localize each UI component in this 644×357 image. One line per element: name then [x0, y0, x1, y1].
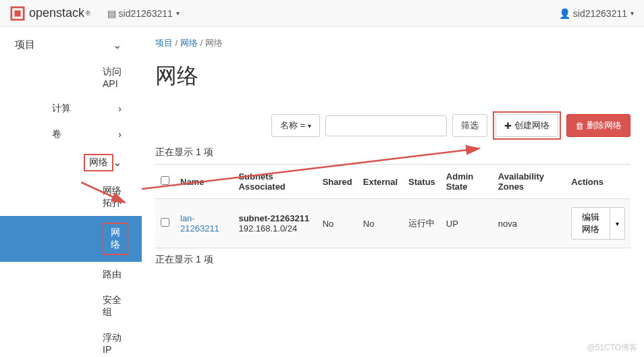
- sidebar-item-api[interactable]: 访问API: [0, 59, 142, 96]
- openstack-icon: [10, 6, 25, 21]
- chevron-down-icon: ⌄: [113, 40, 122, 51]
- crumb-network[interactable]: 网络: [180, 38, 198, 48]
- col-external: External: [358, 165, 403, 199]
- chevron-down-icon: ▾: [630, 9, 634, 17]
- toolbar: 名称 = ▾ 筛选 ✚创建网络 🗑删除网络: [155, 111, 630, 140]
- cell-admin: UP: [441, 199, 493, 248]
- domain-label: sid21263211: [119, 8, 173, 19]
- brand-logo[interactable]: openstack®: [10, 6, 90, 21]
- create-network-button[interactable]: ✚创建网络: [495, 114, 558, 137]
- user-menu[interactable]: 👤 sid21263211 ▾: [559, 8, 634, 19]
- table-row: lan-21263211 subnet-21263211192.168.1.0/…: [155, 199, 630, 248]
- col-actions: Actions: [566, 165, 630, 199]
- subnet-cidr: 192.168.1.0/24: [238, 223, 297, 234]
- topbar: openstack® ▤ sid21263211 ▾ 👤 sid21263211…: [0, 0, 644, 27]
- edit-network-button[interactable]: 编辑网络: [571, 207, 610, 240]
- sidebar-item-compute[interactable]: 计算›: [0, 96, 142, 121]
- sidebar-item-volume[interactable]: 卷›: [0, 121, 142, 147]
- domain-icon: ▤: [107, 8, 116, 19]
- sidebar-item-project[interactable]: 项目⌄: [0, 30, 142, 59]
- cell-az: nova: [493, 199, 566, 248]
- delete-network-button[interactable]: 🗑删除网络: [566, 114, 630, 137]
- svg-rect-1: [14, 10, 20, 16]
- user-icon: 👤: [559, 8, 570, 19]
- filter-input[interactable]: [325, 115, 447, 136]
- filter-button[interactable]: 筛选: [452, 114, 487, 137]
- chevron-right-icon: ›: [118, 103, 122, 114]
- sidebar-item-secgroups[interactable]: 安全组: [0, 287, 142, 325]
- plus-icon: ✚: [504, 121, 512, 131]
- create-highlight: ✚创建网络: [493, 111, 561, 140]
- sidebar-item-routers[interactable]: 路由: [0, 262, 142, 287]
- select-all-checkbox[interactable]: [161, 176, 169, 185]
- filter-column-select[interactable]: 名称 = ▾: [271, 114, 320, 137]
- subnet-name: subnet-21263211: [238, 213, 309, 223]
- domain-selector[interactable]: ▤ sid21263211 ▾: [107, 8, 180, 19]
- chevron-down-icon: ⌄: [113, 157, 122, 168]
- cell-external: No: [358, 199, 403, 248]
- crumb-current: 网络: [205, 38, 223, 48]
- chevron-right-icon: ›: [118, 129, 122, 140]
- sidebar-item-networks[interactable]: 网络: [0, 216, 142, 262]
- col-name: Name: [175, 165, 233, 199]
- sidebar-item-network[interactable]: 网络⌄: [0, 147, 142, 178]
- watermark: @51CTO博客: [587, 342, 637, 354]
- display-count-bottom: 正在显示 1 项: [155, 254, 630, 266]
- cell-shared: No: [317, 199, 358, 248]
- breadcrumb: 项目 / 网络 / 网络: [155, 37, 630, 49]
- sidebar-item-floatingip[interactable]: 浮动IP: [0, 325, 142, 357]
- sidebar: 项目⌄ 访问API 计算› 卷› 网络⌄ 网络拓扑 网络 路由 安全组 浮动IP…: [0, 27, 142, 357]
- user-label: sid21263211: [573, 8, 627, 19]
- sidebar-item-topology[interactable]: 网络拓扑: [0, 178, 142, 216]
- chevron-down-icon: ▾: [176, 9, 180, 17]
- brand-tm: ®: [86, 10, 90, 17]
- col-admin: Admin State: [441, 165, 493, 199]
- network-name-link[interactable]: lan-21263211: [180, 213, 219, 234]
- main-content: 项目 / 网络 / 网络 网络 名称 = ▾ 筛选 ✚创建网络 🗑删除网络 正在…: [142, 27, 644, 357]
- cell-status: 运行中: [403, 199, 441, 248]
- trash-icon: 🗑: [575, 121, 584, 131]
- row-checkbox[interactable]: [161, 218, 169, 227]
- caret-down-icon: ▾: [308, 122, 311, 130]
- networks-table: Name Subnets Associated Shared External …: [155, 164, 630, 248]
- page-title: 网络: [155, 61, 630, 91]
- brand-text: openstack: [29, 6, 84, 20]
- display-count-top: 正在显示 1 项: [155, 146, 630, 159]
- col-subnets: Subnets Associated: [233, 165, 317, 199]
- col-shared: Shared: [317, 165, 358, 199]
- crumb-project[interactable]: 项目: [155, 38, 173, 48]
- col-az: Availability Zones: [493, 165, 566, 199]
- row-actions-dropdown[interactable]: ▾: [610, 207, 625, 240]
- col-status: Status: [403, 165, 441, 199]
